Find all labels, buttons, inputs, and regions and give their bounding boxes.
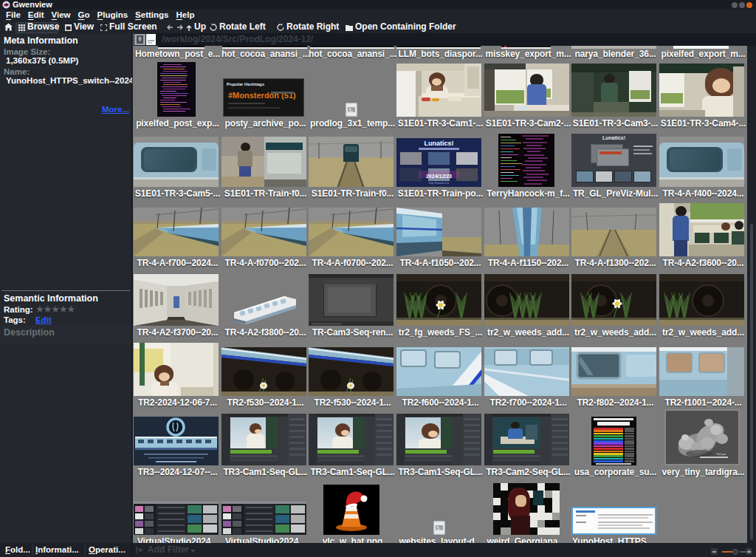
svg-text:100 µm: 100 µm	[716, 452, 726, 456]
